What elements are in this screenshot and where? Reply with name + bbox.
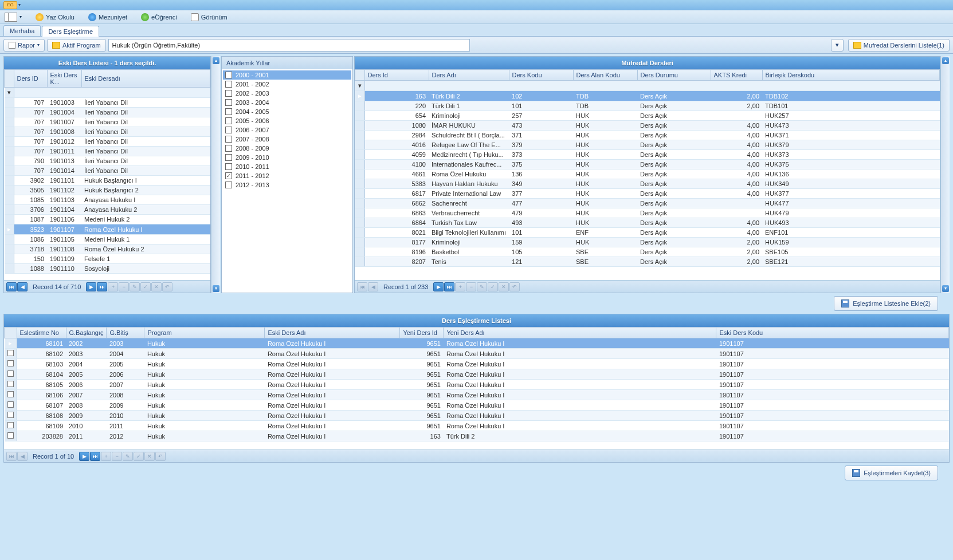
row-checkbox[interactable] (7, 401, 14, 408)
year-item[interactable]: 2000 - 2001 (223, 70, 351, 80)
year-item[interactable]: 2010 - 2011 (223, 162, 351, 171)
table-row[interactable]: 20382820112012HukukRoma Özel Hukuku I163… (5, 431, 949, 441)
row-checkbox[interactable] (7, 422, 14, 428)
nav-cancel[interactable]: ✕ (151, 282, 162, 291)
rapor-button[interactable]: Rapor▾ (3, 39, 45, 52)
mufredat-grid[interactable]: Ders IdDers AdıDers KoduDers Alan KoduDe… (355, 69, 940, 280)
table-row[interactable]: 6810820092010HukukRoma Özel Hukuku I9651… (5, 411, 949, 421)
col-header[interactable]: Yeni Ders Adı (444, 328, 716, 338)
program-selector[interactable]: Hukuk (Örgün Öğretim,Fakülte) (108, 39, 470, 52)
left-scrollbar[interactable]: ▴▾ (211, 56, 220, 293)
row-checkbox[interactable] (7, 350, 14, 356)
eslestirme-kaydet-button[interactable]: Eşleştirmeleri Kaydet(3) (845, 466, 938, 480)
col-header[interactable]: Eski Ders K... (47, 70, 81, 88)
mufredat-listele-button[interactable]: Mufredat Derslerini Listele(1) (848, 39, 950, 52)
nav-prev[interactable]: ◀ (368, 282, 378, 291)
table-row[interactable]: ▸6810120022003HukukRoma Özel Hukuku I965… (5, 338, 949, 349)
table-row[interactable]: 654Kriminoloji257HUKDers AçıkHUK257 (355, 111, 940, 121)
nav-ok[interactable]: ✓ (488, 282, 498, 291)
year-item[interactable]: 2008 - 2009 (223, 144, 351, 153)
nav-add[interactable]: + (108, 282, 118, 291)
table-row[interactable]: 7901901013İleri Yabancı Dil (5, 156, 210, 166)
nav-next[interactable]: ▶ (86, 282, 96, 291)
col-header[interactable]: G.Bitiş (107, 328, 144, 338)
nav-back[interactable]: ↶ (162, 282, 172, 291)
filter-icon[interactable]: ▾ (355, 81, 365, 91)
table-row[interactable]: ▸35231901107Roma Özel Hukuku I (5, 224, 210, 235)
table-row[interactable]: 10871901106Medeni Hukuk 2 (5, 215, 210, 224)
col-header[interactable]: AKTS Kredi (711, 70, 762, 81)
table-row[interactable]: 10851901103Anayasa Hukuku I (5, 195, 210, 205)
table-row[interactable]: 1501901109Felsefe 1 (5, 254, 210, 264)
year-item[interactable]: 2004 - 2005 (223, 107, 351, 116)
nav-next[interactable]: ▶ (79, 452, 89, 461)
table-row[interactable]: ▸163Türk Dili 2102TDBDers Açık2,00TDB102 (355, 91, 940, 101)
checkbox-icon[interactable] (225, 154, 232, 161)
col-header[interactable]: Eski Ders Kodu (716, 328, 949, 338)
table-row[interactable]: 6817Private International Law377HUKDers … (355, 189, 940, 199)
checkbox-icon[interactable] (225, 90, 232, 97)
table-row[interactable]: 7071901003İleri Yabancı Dil (5, 98, 210, 108)
checkbox-icon[interactable] (225, 145, 232, 152)
row-checkbox[interactable] (7, 360, 14, 366)
table-row[interactable]: 4059Medizinrecht ( Tıp Huku...373HUKDers… (355, 150, 940, 160)
nav-last[interactable]: ⏭ (444, 282, 454, 291)
table-row[interactable]: 4016Refugee Law Of The E...379HUKDers Aç… (355, 140, 940, 150)
col-header[interactable]: Birleşik Derskodu (762, 70, 939, 81)
tab-ders-eslestirme[interactable]: Ders Eşleştirme (42, 26, 99, 37)
checkbox-icon[interactable] (225, 72, 232, 78)
checkbox-icon[interactable]: ✓ (225, 172, 232, 179)
nav-first[interactable]: ⏮ (357, 282, 367, 291)
aktif-program-button[interactable]: Aktif Program (47, 39, 106, 52)
nav-cancel[interactable]: ✕ (144, 452, 155, 461)
menu-gorunum[interactable]: Görünüm (191, 13, 228, 21)
menu-layout-icon[interactable]: ▾ (5, 13, 22, 22)
checkbox-icon[interactable] (225, 136, 232, 143)
nav-last[interactable]: ⏭ (90, 452, 100, 461)
menu-mezuniyet[interactable]: Mezuniyet (88, 13, 127, 21)
table-row[interactable]: 7071901014İleri Yabancı Dil (5, 166, 210, 176)
checkbox-icon[interactable] (225, 163, 232, 170)
nav-add[interactable]: + (101, 452, 111, 461)
menu-yaz-okulu[interactable]: Yaz Okulu (36, 13, 74, 21)
row-checkbox[interactable] (7, 381, 14, 387)
nav-prev[interactable]: ◀ (17, 452, 28, 461)
row-checkbox[interactable] (7, 432, 14, 439)
eslestirme-grid[interactable]: Eslestirme NoG.BaşlangıçG.BitişProgramEs… (4, 327, 949, 449)
col-header[interactable]: Yeni Ders Id (400, 328, 444, 338)
table-row[interactable]: 7071901011İleri Yabancı Dil (5, 147, 210, 156)
col-header[interactable]: Ders ID (14, 70, 47, 88)
nav-edit[interactable]: ✎ (130, 282, 140, 291)
filter-icon[interactable]: ▾ (5, 88, 14, 98)
table-row[interactable]: 10861901105Medeni Hukuk 1 (5, 235, 210, 244)
table-row[interactable]: 37181901108Roma Özel Hukuku 2 (5, 244, 210, 254)
nav-del[interactable]: − (466, 282, 476, 291)
table-row[interactable]: 10881901110Sosyoloji (5, 264, 210, 274)
table-row[interactable]: 5383Hayvan Hakları Hukuku349HUKDers Açık… (355, 179, 940, 189)
table-row[interactable]: 7071901012İleri Yabancı Dil (5, 137, 210, 147)
table-row[interactable]: 7071901007İleri Yabancı Dil (5, 117, 210, 127)
checkbox-icon[interactable] (225, 182, 232, 188)
table-row[interactable]: 2984Schuldrecht Bt I ( Borçla...371HUKDe… (355, 131, 940, 140)
table-row[interactable]: 8196Basketbol105SBEDers Açık2,00SBE105 (355, 247, 940, 257)
col-header[interactable]: Ders Adı (429, 70, 509, 81)
col-header[interactable]: Ders Kodu (509, 70, 573, 81)
table-row[interactable]: 4661Roma Özel Hukuku136HUKDers Açık4,00H… (355, 169, 940, 179)
year-item[interactable]: 2007 - 2008 (223, 135, 351, 144)
nav-back[interactable]: ↶ (509, 282, 520, 291)
col-header[interactable]: Ders Id (364, 70, 429, 81)
nav-first[interactable]: ⏮ (6, 452, 17, 461)
table-row[interactable]: 6810420052006HukukRoma Özel Hukuku I9651… (5, 369, 949, 380)
year-item[interactable]: ✓2011 - 2012 (223, 171, 351, 180)
table-row[interactable]: 6862Sachenrecht477HUKDers AçıkHUK477 (355, 199, 940, 208)
year-item[interactable]: 2001 - 2002 (223, 80, 351, 89)
table-row[interactable]: 7071901008İleri Yabancı Dil (5, 127, 210, 137)
nav-last[interactable]: ⏭ (97, 282, 107, 291)
year-item[interactable]: 2002 - 2003 (223, 89, 351, 98)
nav-edit[interactable]: ✎ (123, 452, 133, 461)
nav-first[interactable]: ⏮ (6, 282, 17, 291)
table-row[interactable]: 6863Verbraucherrecht479HUKDers AçıkHUK47… (355, 208, 940, 218)
col-header[interactable]: Ders Durumu (637, 70, 711, 81)
nav-cancel[interactable]: ✕ (499, 282, 509, 291)
nav-back[interactable]: ↶ (155, 452, 166, 461)
